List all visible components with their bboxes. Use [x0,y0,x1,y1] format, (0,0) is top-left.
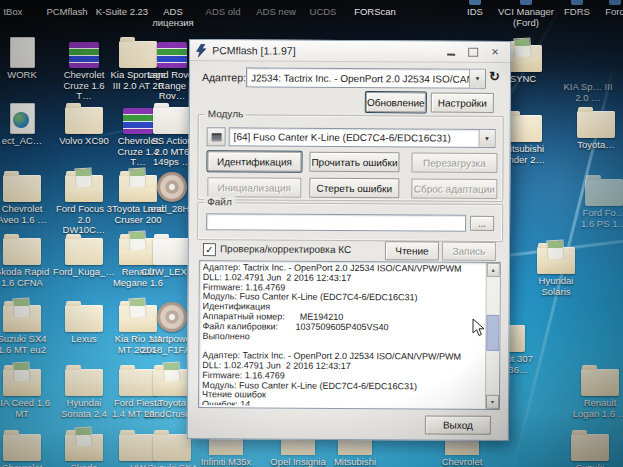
desktop-icon-partial[interactable]: Infiniti M35x [196,437,256,467]
desktop-icon-label: tBox [3,6,22,17]
settings-button[interactable]: Настройки [431,92,494,112]
file-path-input[interactable] [206,213,466,232]
desktop-icon-partial[interactable]: Chevrolet [432,437,492,467]
photo-paper [74,167,92,188]
desktop-icon[interactable]: Lexus [56,298,112,345]
maximize-button[interactable] [462,44,484,60]
window-title: PCMflash [1.1.97] [212,44,440,57]
folder-white-icon [153,100,191,134]
read-button[interactable]: Чтение [385,241,439,260]
desktop-icon-top[interactable]: ADS лицензия [148,0,198,28]
photo-paper [74,426,92,447]
folder-icon [153,427,191,461]
folder-img-icon [3,298,41,332]
desktop-icon[interactable]: Chevrolet Aveo 1.6 … [0,168,50,225]
browse-button[interactable]: ... [470,216,494,231]
desktop-icon-top[interactable]: VCI Manager (Ford) [492,0,560,28]
chevron-down-icon[interactable]: ▼ [479,130,495,147]
desktop-icon[interactable]: Toyota… [568,104,623,151]
desktop-icon[interactable]: Hyundai Sonata 2.4 [56,362,112,419]
desktop-icon-label: Ford_Kuga_… [53,267,115,278]
module-type-button[interactable] [207,127,226,146]
desktop-icon-label: Infiniti M35x [201,457,252,467]
desktop-icon-top[interactable]: ADS old [198,0,248,18]
folder-white-glyph [153,107,191,134]
doc-globe-icon [10,100,35,134]
desktop-icon[interactable]: Suzuki Gran… [562,427,618,467]
desktop-icon[interactable]: Ford Fo… 1.6 PS 1… [576,172,623,229]
desktop-icon[interactable]: KIA Sp… III 2.0 … [560,46,616,103]
log-line: Ошибок: 14 [202,400,483,407]
window-titlebar[interactable]: PCMflash [1.1.97] × [190,40,510,63]
folder-img-icon [65,427,103,461]
folder-glyph [571,434,609,461]
folder-img-icon [153,362,191,396]
log-scrollbar[interactable]: ▲ ▼ [485,263,500,409]
disc-icon [157,168,187,202]
desktop-icon-top[interactable]: UCDS [300,0,346,18]
desktop-icon-label: ADS лицензия [152,6,194,28]
desktop-icon-label: UCDS [310,6,337,17]
folder-img-glyph [153,369,191,396]
photo-paper [513,37,531,58]
folder-img-glyph [3,305,41,332]
app-icon-partial [520,0,532,5]
identify-button[interactable]: Идентификация [207,151,301,172]
adapter-combobox[interactable]: J2534: Tactrix Inc. - OpenPort 2.0 J2534… [246,67,486,88]
desktop-icon[interactable]: KIA Ceed 1.6 MT [0,362,50,419]
scroll-down-button[interactable]: ▼ [486,395,499,409]
read-errors-button[interactable]: Прочитать ошибки [309,152,399,173]
desktop-icon-label: ADS new [256,6,296,17]
desktop-icon-partial[interactable]: Opel Insignia [268,437,328,467]
desktop-icon[interactable]: Ford Focus 3 2.0 DW10C… [56,168,112,236]
scroll-up-button[interactable]: ▲ [487,263,500,277]
desktop-icon-top[interactable]: IDS [458,0,492,18]
desktop-icon-top[interactable]: ADS new [250,0,302,18]
desktop-icon-label: Toyota… [577,140,615,151]
desktop-icon[interactable]: Skoda Rapid 1.6 CFNA [0,231,50,288]
folder-img-icon [537,240,575,274]
folder-glyph [581,369,619,396]
minimize-button[interactable] [440,44,462,60]
desktop-icon-label: Skoda [71,463,98,467]
log-output[interactable]: Адаптер: Tactrix Inc. - OpenPort 2.0 J25… [198,260,501,410]
erase-errors-button[interactable]: Стереть ошибки [309,178,399,199]
module-combobox[interactable]: [64] Fuso Canter K-Line (EDC7C4-6/EDC16C… [229,127,496,148]
update-button[interactable]: Обновление [366,92,426,112]
desktop-icon[interactable]: Chevrolet Cruze 1.6 T… [56,34,112,102]
desktop-icon[interactable]: ect_AC… [0,100,50,147]
folder-icon [585,172,623,206]
scroll-thumb[interactable] [486,315,499,351]
desktop-icon-top[interactable]: FDRS [558,0,596,18]
init-button: Инициализация [207,177,301,198]
desktop-icon-label: KIA Ceed 1.6 MT [0,398,50,419]
desktop-icon-top[interactable]: Ford [598,0,623,18]
desktop-icon[interactable]: WORK [0,34,50,81]
module-group: Модуль [64] Fuso Canter K-Line (EDC7C4-6… [197,114,504,202]
desktop-icon-top[interactable]: tBox [0,0,34,18]
desktop-icon[interactable]: Ford_Kuga_… [56,231,112,278]
write-button[interactable]: Запись [442,242,496,261]
folder-icon [581,362,619,396]
rar-glyph [157,42,187,68]
exit-button[interactable]: Выход [425,415,491,434]
checksum-checkbox[interactable]: ✓ [203,243,216,256]
desktop-icon[interactable]: Volvo XC90 [56,100,112,147]
pcmflash-app-icon [196,44,207,57]
close-button[interactable]: × [484,44,506,60]
desktop-icon-partial[interactable]: Mitsubishi [325,437,385,467]
desktop-icon[interactable]: Renault Logan 1.6 … [572,362,623,419]
chevron-down-icon[interactable]: ▼ [469,70,485,88]
desktop-icon-label: Mitsubishi [334,457,376,467]
none-icon [569,46,607,80]
desktop-icon[interactable]: Suzuki SX4 1.6 MT eu2 [0,298,50,355]
desktop-icon[interactable]: Chevrolet [0,427,50,467]
desktop-icon-top[interactable]: FORScan [346,0,404,18]
checksum-label: Проверка/корректировка КС [220,243,351,255]
folder-white-glyph [153,238,191,265]
desktop-icon-label: PCMflash [46,6,87,17]
desktop-icon[interactable]: Skoda [56,427,112,467]
desktop-icon[interactable]: Hyundai Solaris [528,240,584,297]
refresh-adapters-icon[interactable]: ↻ [489,69,500,84]
desktop-icon-label: Chevrolet [442,457,483,467]
